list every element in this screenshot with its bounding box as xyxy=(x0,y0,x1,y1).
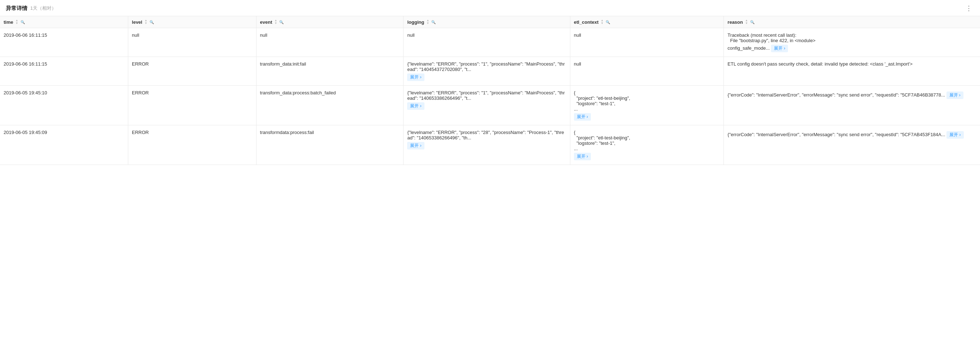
cell-etl-context: null xyxy=(570,57,724,86)
expand-logging-button[interactable]: 展开 › xyxy=(407,73,424,81)
reason-sort-icon[interactable]: ▲▼ xyxy=(745,19,748,25)
event-sort-icon[interactable]: ▲▼ xyxy=(275,19,277,25)
th-time: time ▲▼ 🔍 xyxy=(0,16,128,28)
th-etl-context-label: etl_context xyxy=(574,19,599,25)
cell-event: transform_data:init:fail xyxy=(256,57,404,86)
cell-time: 2019-06-05 19:45:09 xyxy=(0,126,128,165)
th-event-label: event xyxy=(260,19,272,25)
etl-search-icon[interactable]: 🔍 xyxy=(606,20,610,24)
cell-logging-text: {"levelname": "ERROR", "process": "28", … xyxy=(407,130,564,140)
level-sort-icon[interactable]: ▲▼ xyxy=(145,19,147,25)
th-reason: reason ▲▼ 🔍 xyxy=(724,16,980,28)
cell-etl-context: null xyxy=(570,28,724,57)
cell-logging: null xyxy=(404,28,570,57)
th-level-label: level xyxy=(132,19,142,25)
cell-time: 2019-06-06 16:11:15 xyxy=(0,57,128,86)
page-subtitle: 1天（相对） xyxy=(30,5,56,11)
expand-reason-button[interactable]: 展开 › xyxy=(771,45,788,52)
header-actions: ⋮ xyxy=(963,3,974,13)
th-etl-context: etl_context ▲▼ 🔍 xyxy=(570,16,724,28)
level-search-icon[interactable]: 🔍 xyxy=(150,20,154,24)
logging-sort-icon[interactable]: ▲▼ xyxy=(426,19,429,25)
cell-event: null xyxy=(256,28,404,57)
table-row: 2019-06-05 19:45:09ERRORtransformdata:pr… xyxy=(0,126,980,165)
expand-reason-button[interactable]: 展开 › xyxy=(947,92,963,99)
cell-etl-context: { "project": "etl-test-beijing", "logsto… xyxy=(570,86,724,126)
cell-reason: {"errorCode": "InternalServerError", "er… xyxy=(724,86,980,126)
expand-etl-button[interactable]: 展开 › xyxy=(574,113,591,121)
cell-time: 2019-06-05 19:45:10 xyxy=(0,86,128,126)
cell-logging-text: {"levelname": "ERROR", "process": "1", "… xyxy=(407,90,565,101)
th-logging-label: logging xyxy=(407,19,424,25)
cell-etl-text: { "project": "etl-test-beijing", "logsto… xyxy=(574,90,630,112)
time-search-icon[interactable]: 🔍 xyxy=(21,20,25,24)
th-level: level ▲▼ 🔍 xyxy=(128,16,256,28)
cell-etl-text: { "project": "etl-test-beijing", "logsto… xyxy=(574,130,630,151)
th-logging: logging ▲▼ 🔍 xyxy=(404,16,570,28)
page-title-area: 异常详情 1天（相对） xyxy=(6,5,56,12)
cell-logging-text: null xyxy=(407,32,414,38)
cell-level: null xyxy=(128,28,256,57)
etl-sort-icon[interactable]: ▲▼ xyxy=(601,19,603,25)
expand-logging-button[interactable]: 展开 › xyxy=(407,142,424,149)
cell-etl-text: null xyxy=(574,32,581,38)
cell-logging: {"levelname": "ERROR", "process": "1", "… xyxy=(404,86,570,126)
table-container: time ▲▼ 🔍 level ▲▼ 🔍 xyxy=(0,16,980,165)
cell-reason: {"errorCode": "InternalServerError", "er… xyxy=(724,126,980,165)
cell-etl-text: null xyxy=(574,61,581,67)
expand-reason-button[interactable]: 展开 › xyxy=(947,131,963,139)
th-time-label: time xyxy=(3,19,13,25)
cell-etl-context: { "project": "etl-test-beijing", "logsto… xyxy=(570,126,724,165)
cell-time: 2019-06-06 16:11:15 xyxy=(0,28,128,57)
cell-level: ERROR xyxy=(128,86,256,126)
cell-event: transformdata:process:fail xyxy=(256,126,404,165)
more-options-icon[interactable]: ⋮ xyxy=(963,3,974,13)
logging-search-icon[interactable]: 🔍 xyxy=(431,20,436,24)
table-row: 2019-06-05 19:45:10ERRORtransform_data:p… xyxy=(0,86,980,126)
cell-level: ERROR xyxy=(128,57,256,86)
page-header: 异常详情 1天（相对） ⋮ xyxy=(0,0,980,16)
page-title: 异常详情 xyxy=(6,5,27,12)
cell-reason: Traceback (most recent call last): File … xyxy=(724,28,980,57)
cell-reason-text: ETL config doesn't pass security check, … xyxy=(727,61,913,67)
cell-reason: ETL config doesn't pass security check, … xyxy=(724,57,980,86)
cell-logging: {"levelname": "ERROR", "process": "1", "… xyxy=(404,57,570,86)
exception-table: time ▲▼ 🔍 level ▲▼ 🔍 xyxy=(0,16,980,165)
cell-level: ERROR xyxy=(128,126,256,165)
cell-reason-text: {"errorCode": "InternalServerError", "er… xyxy=(727,132,945,137)
th-reason-label: reason xyxy=(727,19,743,25)
cell-reason-text: {"errorCode": "InternalServerError", "er… xyxy=(727,92,945,98)
reason-search-icon[interactable]: 🔍 xyxy=(750,20,754,24)
cell-logging-text: {"levelname": "ERROR", "process": "1", "… xyxy=(407,61,565,72)
table-header-row: time ▲▼ 🔍 level ▲▼ 🔍 xyxy=(0,16,980,28)
cell-logging: {"levelname": "ERROR", "process": "28", … xyxy=(404,126,570,165)
table-row: 2019-06-06 16:11:15ERRORtransform_data:i… xyxy=(0,57,980,86)
table-row: 2019-06-06 16:11:15nullnullnullnullTrace… xyxy=(0,28,980,57)
time-sort-icon[interactable]: ▲▼ xyxy=(16,19,18,25)
expand-logging-button[interactable]: 展开 › xyxy=(407,102,424,110)
event-search-icon[interactable]: 🔍 xyxy=(279,20,283,24)
th-event: event ▲▼ 🔍 xyxy=(256,16,404,28)
expand-etl-button[interactable]: 展开 › xyxy=(574,153,591,160)
cell-event: transform_data:process:batch_failed xyxy=(256,86,404,126)
